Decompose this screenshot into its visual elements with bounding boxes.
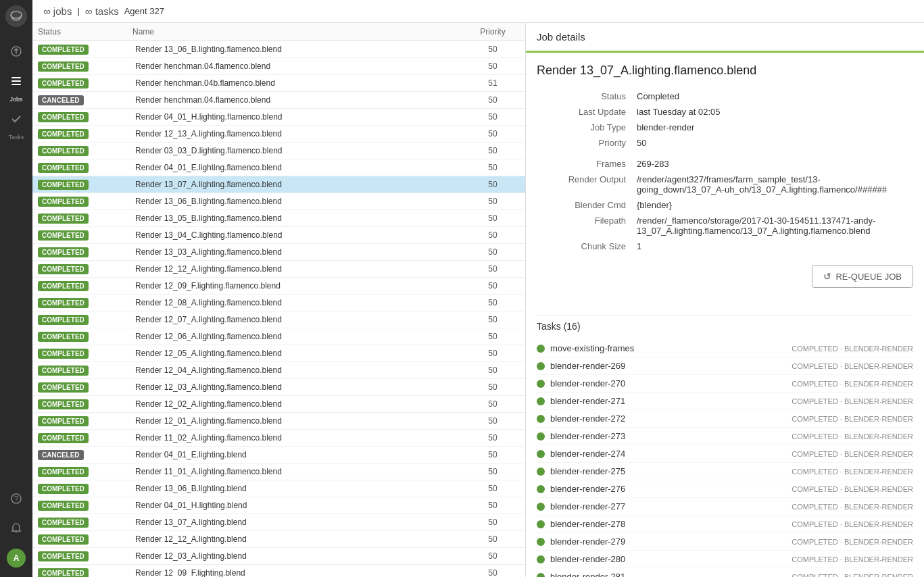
list-item[interactable]: blender-render-280 COMPLETED · BLENDER-R… [537,551,913,568]
sidebar: Jobs Tasks ? A [0,0,32,577]
list-item[interactable]: blender-render-270 COMPLETED · BLENDER-R… [537,375,913,393]
list-item[interactable]: blender-render-276 COMPLETED · BLENDER-R… [537,480,913,498]
status-badge: COMPLETED [38,45,89,55]
task-status-dot [537,362,545,370]
status-badge: COMPLETED [38,315,89,325]
sidebar-item-alerts[interactable] [3,515,30,542]
requeue-job-button[interactable]: ↺ RE-QUEUE JOB [812,265,913,288]
list-item[interactable]: blender-render-278 COMPLETED · BLENDER-R… [537,516,913,533]
table-row[interactable]: CANCELED Render henchman.04.flamenco.ble… [32,92,525,109]
sidebar-item-tasks[interactable] [3,105,30,132]
job-priority: 50 [466,467,520,476]
header: ∞ jobs | ∞ tasks Agent 327 [32,0,924,23]
table-row[interactable]: COMPLETED Render 13_05_B.lighting.flamen… [32,210,525,227]
list-item[interactable]: blender-render-272 COMPLETED · BLENDER-R… [537,410,913,428]
table-row[interactable]: COMPLETED Render 11_02_A.lighting.flamen… [32,430,525,447]
job-name: Render 11_02_A.lighting.flamenco.blend [132,433,466,443]
status-badge: COMPLETED [38,197,89,207]
frames-label: Frames [537,156,631,172]
task-name: blender-render-281 [550,572,786,577]
render-output-value: /render/agent327/frames/farm_sample_test… [631,172,913,197]
status-badge: COMPLETED [38,264,89,274]
detail-panel: Job details Render 13_07_A.lighting.flam… [526,23,924,577]
table-row[interactable]: COMPLETED Render 12_09_F.lighting.blend … [32,565,525,577]
task-status-text: COMPLETED · BLENDER-RENDER [792,503,913,511]
col-priority: Priority [466,27,520,36]
list-item[interactable]: move-existing-frames COMPLETED · BLENDER… [537,340,913,357]
job-name: Render 12_02_A.lighting.flamenco.blend [132,399,466,409]
job-priority: 50 [466,230,520,240]
list-item[interactable]: blender-render-275 COMPLETED · BLENDER-R… [537,463,913,480]
table-row[interactable]: COMPLETED Render 12_08_A.lighting.flamen… [32,295,525,311]
header-jobs: ∞ jobs [43,5,72,17]
job-priority: 50 [466,382,520,392]
list-item[interactable]: blender-render-273 COMPLETED · BLENDER-R… [537,428,913,445]
table-row[interactable]: COMPLETED Render 13_03_A.lighting.flamen… [32,244,525,261]
table-row[interactable]: COMPLETED Render 12_04_A.lighting.flamen… [32,362,525,379]
job-priority: 50 [466,45,520,54]
status-badge: COMPLETED [38,484,89,494]
job-name: Render henchman.04b.flamenco.blend [132,78,466,88]
status-badge: COMPLETED [38,298,89,308]
table-row[interactable]: COMPLETED Render 12_05_A.lighting.flamen… [32,345,525,362]
table-row[interactable]: COMPLETED Render 12_09_F.lighting.flamen… [32,278,525,295]
table-row[interactable]: COMPLETED Render 12_07_A.lighting.flamen… [32,311,525,328]
table-row[interactable]: COMPLETED Render 13_06_B.lighting.flamen… [32,193,525,210]
priority-value: 50 [631,135,913,151]
status-badge: COMPLETED [38,281,89,291]
job-priority: 50 [466,264,520,274]
job-name: Render 13_06_B.lighting.flamenco.blend [132,45,466,54]
job-priority: 50 [466,298,520,307]
task-status-dot [537,380,545,388]
table-row[interactable]: COMPLETED Render 04_01_H.lighting.flamen… [32,109,525,126]
list-item[interactable]: blender-render-281 COMPLETED · BLENDER-R… [537,568,913,577]
status-badge: COMPLETED [38,61,89,72]
table-row[interactable]: CANCELED Render 04_01_E.lighting.blend 5… [32,447,525,463]
table-row[interactable]: COMPLETED Render 12_02_A.lighting.flamen… [32,396,525,413]
table-row[interactable]: COMPLETED Render 12_06_A.lighting.flamen… [32,328,525,345]
table-row[interactable]: COMPLETED Render henchman.04b.flamenco.b… [32,75,525,92]
sidebar-item-tasks-label: Tasks [8,134,24,141]
table-row[interactable]: COMPLETED Render 04_01_H.lighting.blend … [32,497,525,514]
table-row[interactable]: COMPLETED Render 13_07_A.lighting.flamen… [32,176,525,193]
list-item[interactable]: blender-render-271 COMPLETED · BLENDER-R… [537,393,913,410]
table-row[interactable]: COMPLETED Render 13_06_B.lighting.flamen… [32,41,525,58]
sidebar-item-jobs[interactable] [3,68,30,95]
table-row[interactable]: COMPLETED Render 12_03_A.lighting.blend … [32,548,525,565]
sidebar-item-upload[interactable] [3,38,30,65]
table-row[interactable]: COMPLETED Render henchman.04.flamenco.bl… [32,58,525,75]
table-row[interactable]: COMPLETED Render 12_03_A.lighting.flamen… [32,379,525,396]
task-status-text: COMPLETED · BLENDER-RENDER [792,468,913,476]
table-row[interactable]: COMPLETED Render 04_01_E.lighting.flamen… [32,159,525,176]
task-status-dot [537,432,545,441]
list-item[interactable]: blender-render-277 COMPLETED · BLENDER-R… [537,498,913,516]
table-row[interactable]: COMPLETED Render 12_13_A.lighting.flamen… [32,126,525,143]
task-name: blender-render-270 [550,378,786,388]
table-row[interactable]: COMPLETED Render 12_12_A.lighting.blend … [32,531,525,548]
chunk-size-value: 1 [631,239,913,254]
sidebar-item-user[interactable]: A [3,545,30,572]
table-row[interactable]: COMPLETED Render 11_01_A.lighting.flamen… [32,463,525,480]
task-name: blender-render-271 [550,396,786,406]
status-badge: COMPLETED [38,534,89,545]
main-area: ∞ jobs | ∞ tasks Agent 327 Status Name P… [32,0,924,577]
job-name: Render 12_03_A.lighting.blend [132,551,466,561]
job-name: Render 04_01_E.lighting.blend [132,450,466,459]
table-row[interactable]: COMPLETED Render 12_12_A.lighting.flamen… [32,261,525,278]
svg-rect-3 [11,80,21,82]
table-row[interactable]: COMPLETED Render 13_07_A.lighting.blend … [32,514,525,531]
table-row[interactable]: COMPLETED Render 13_06_B.lighting.blend … [32,480,525,497]
status-badge: CANCELED [38,95,84,105]
sidebar-item-help[interactable]: ? [3,485,30,512]
table-row[interactable]: COMPLETED Render 12_01_A.lighting.flamen… [32,413,525,430]
status-badge: COMPLETED [38,214,89,224]
list-item[interactable]: blender-render-274 COMPLETED · BLENDER-R… [537,445,913,463]
task-name: blender-render-280 [550,554,786,564]
job-name: Render 12_04_A.lighting.flamenco.blend [132,366,466,375]
blender-cmd-value: {blender} [631,197,913,213]
tasks-section: Tasks (16) move-existing-frames COMPLETE… [537,309,913,577]
table-row[interactable]: COMPLETED Render 03_03_D.lighting.flamen… [32,143,525,159]
table-row[interactable]: COMPLETED Render 13_04_C.lighting.flamen… [32,227,525,244]
list-item[interactable]: blender-render-269 COMPLETED · BLENDER-R… [537,357,913,375]
list-item[interactable]: blender-render-279 COMPLETED · BLENDER-R… [537,533,913,551]
